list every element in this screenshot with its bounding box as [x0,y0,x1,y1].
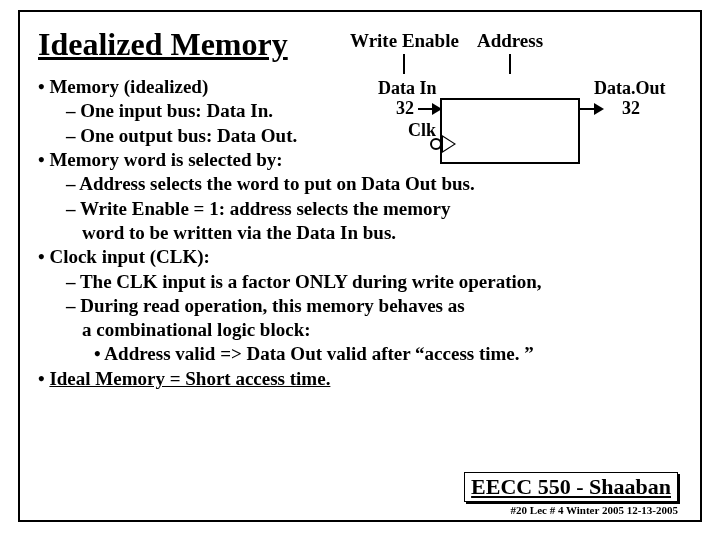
data-in-arrow [418,108,440,110]
slide-frame: Idealized Memory Write Enable Address Da… [18,10,702,522]
bullet-3-sub-1: The CLK input is a factor ONLY during wr… [66,270,682,294]
data-in-label: Data In [378,78,437,99]
bullet-4-text: Ideal Memory = Short access time. [49,368,330,389]
top-signal-labels: Write Enable Address [350,30,543,74]
bullet-4: Ideal Memory = Short access time. [38,367,682,391]
address-line [509,54,511,74]
address-label: Address [477,30,543,74]
clk-label: Clk [408,120,436,141]
memory-block [440,98,580,164]
address-text: Address [477,30,543,52]
bullet-2-sub-2a: Write Enable = 1: address selects the me… [66,197,682,221]
bullet-2-sub-2b: word to be written via the Data In bus. [38,221,682,245]
bullet-3-sub-2a: During read operation, this memory behav… [66,294,682,318]
write-enable-line [403,54,405,74]
width-in-label: 32 [396,98,414,119]
slide-footer: EECC 550 - Shaaban #20 Lec # 4 Winter 20… [464,472,678,516]
course-label: EECC 550 - Shaaban [464,472,678,502]
width-out-label: 32 [622,98,640,119]
clk-bubble-icon [430,138,442,150]
clk-triangle-icon [442,135,456,153]
write-enable-text: Write Enable [350,30,459,52]
bullet-3-sub-2-sub: Address valid => Data Out valid after “a… [94,342,682,366]
memory-diagram: Data In 32 Clk Data.Out 32 [378,72,668,182]
footer-meta: #20 Lec # 4 Winter 2005 12-13-2005 [464,504,678,516]
data-out-arrow [580,108,602,110]
bullet-3-sub-2b: a combinational logic block: [38,318,682,342]
write-enable-label: Write Enable [350,30,459,74]
bullet-3: Clock input (CLK): [38,245,682,269]
data-out-label: Data.Out [594,78,666,99]
